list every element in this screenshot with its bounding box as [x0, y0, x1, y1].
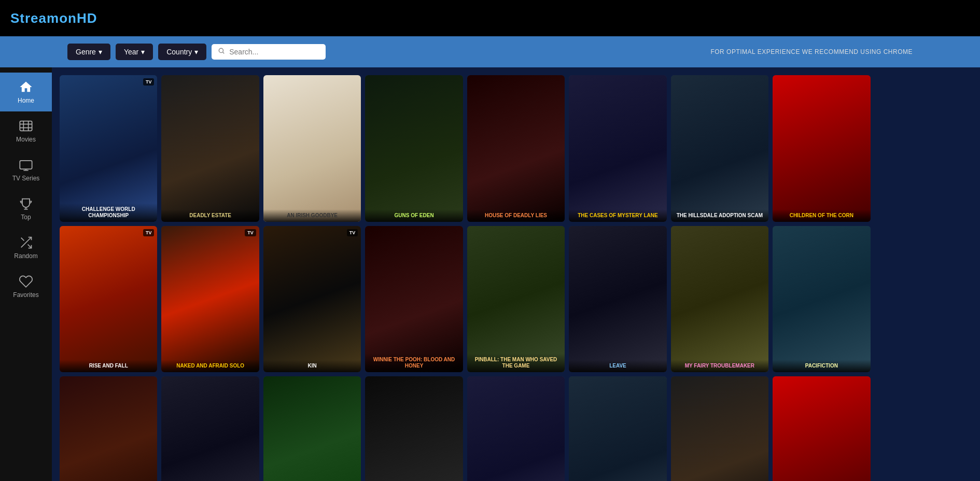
svg-point-0 — [219, 48, 223, 52]
year-dropdown[interactable]: Year ▾ — [116, 44, 153, 60]
chrome-recommendation: FOR OPTIMAL EXPERIENCE WE RECOMMEND USIN… — [710, 48, 913, 55]
movie-card[interactable]: Supercell — [773, 376, 870, 481]
sidebar-item-movies[interactable]: Movies — [0, 111, 52, 150]
genre-dropdown[interactable]: Genre ▾ — [67, 44, 110, 60]
movie-title: Pacifiction — [773, 360, 870, 372]
movie-card[interactable]: Pacifiction — [773, 226, 870, 373]
sidebar-item-top-label: Top — [21, 214, 31, 221]
movie-title: Leave — [569, 360, 666, 372]
movie-card[interactable]: Leave — [569, 226, 666, 373]
country-chevron-icon: ▾ — [194, 48, 198, 56]
layout: Home Movies TV Series — [0, 67, 980, 481]
movie-card[interactable]: The Cases of Mystery Lane — [569, 75, 666, 222]
logo-white: Streamon — [10, 10, 77, 26]
sidebar-item-home[interactable]: Home — [0, 73, 52, 111]
shuffle-icon — [19, 235, 33, 250]
tv-badge: TV — [347, 229, 358, 236]
search-icon — [218, 47, 225, 56]
movie-card[interactable]: TVChallenge World Championship — [60, 75, 157, 222]
movie-card[interactable]: வாக்கி — [263, 376, 361, 481]
movie-title: Winnie the Pooh: Blood and Honey — [365, 353, 463, 372]
movie-card[interactable]: Children of the Corn — [773, 75, 870, 222]
search-box — [212, 44, 326, 60]
svg-line-1 — [223, 52, 225, 54]
tv-icon — [19, 158, 33, 172]
sidebar-item-top[interactable]: Top — [0, 189, 52, 228]
movie-card[interactable]: My Fairy Troublemaker — [671, 226, 768, 373]
movie-card[interactable] — [467, 376, 565, 481]
movie-title: Pinball: The Man Who Saved the Game — [467, 353, 565, 372]
tv-badge: TV — [143, 78, 155, 86]
svg-line-9 — [28, 245, 32, 248]
tv-badge: TV — [143, 229, 155, 236]
svg-rect-2 — [20, 121, 32, 131]
movie-title: Children of the Corn — [773, 209, 870, 222]
sidebar: Home Movies TV Series — [0, 67, 52, 481]
movie-grid-row3: Era Oraவாக்கிSupercell — [60, 376, 972, 481]
sidebar-item-movies-label: Movies — [16, 136, 36, 143]
logo[interactable]: StreamonHD — [10, 10, 97, 26]
main-content: TVChallenge World ChampionshipDeadly Est… — [52, 67, 980, 481]
movie-title: Kin — [263, 360, 361, 372]
movie-title: The Hillsdale Adoption Scam — [671, 209, 768, 222]
movie-card[interactable] — [671, 376, 768, 481]
movie-card[interactable]: TVNaked and Afraid Solo — [161, 226, 259, 373]
movie-card[interactable]: Pinball: The Man Who Saved the Game — [467, 226, 565, 373]
movie-grid-row2: TVRise and FallTVNaked and Afraid SoloTV… — [60, 226, 972, 373]
tv-badge: TV — [245, 229, 256, 236]
movie-card[interactable] — [161, 376, 259, 481]
heart-icon — [19, 274, 33, 289]
navbar: Genre ▾ Year ▾ Country ▾ FOR OPTIMAL EXP… — [0, 36, 980, 67]
sidebar-item-favorites-label: Favorites — [13, 291, 38, 299]
search-input[interactable] — [229, 48, 319, 56]
movie-card[interactable]: Deadly Estate — [161, 75, 259, 222]
movie-card[interactable]: Era Ora — [60, 376, 157, 481]
header: StreamonHD — [0, 0, 980, 36]
sidebar-item-favorites[interactable]: Favorites — [0, 267, 52, 306]
sidebar-item-random[interactable]: Random — [0, 228, 52, 267]
movie-card[interactable]: Winnie the Pooh: Blood and Honey — [365, 226, 463, 373]
sidebar-item-tv-label: TV Series — [12, 175, 40, 182]
movie-card[interactable]: The Hillsdale Adoption Scam — [671, 75, 768, 222]
year-label: Year — [124, 48, 138, 56]
movie-card[interactable]: House of Deadly Lies — [467, 75, 565, 222]
movies-icon — [19, 119, 33, 133]
movie-grid-row1: TVChallenge World ChampionshipDeadly Est… — [60, 75, 972, 222]
sidebar-item-random-label: Random — [14, 252, 37, 260]
trophy-icon — [19, 196, 33, 211]
movie-title: The Cases of Mystery Lane — [569, 209, 666, 222]
country-dropdown[interactable]: Country ▾ — [158, 44, 206, 60]
sidebar-item-home-label: Home — [18, 97, 34, 104]
movie-card[interactable]: TVRise and Fall — [60, 226, 157, 373]
movie-title: House of Deadly Lies — [467, 209, 565, 222]
movie-title: An Irish Goodbye — [263, 209, 361, 222]
movie-title: Challenge World Championship — [60, 203, 157, 222]
genre-chevron-icon: ▾ — [99, 48, 102, 56]
movie-title: My Fairy Troublemaker — [671, 360, 768, 372]
movie-title: Deadly Estate — [161, 209, 259, 222]
movie-card[interactable]: An Irish Goodbye — [263, 75, 361, 222]
genre-label: Genre — [76, 48, 96, 56]
year-chevron-icon: ▾ — [141, 48, 145, 56]
movie-card[interactable] — [569, 376, 666, 481]
svg-line-10 — [21, 238, 24, 241]
movie-card[interactable]: Guns of Eden — [365, 75, 463, 222]
svg-rect-7 — [20, 161, 32, 169]
movie-title: Naked and Afraid Solo — [161, 360, 259, 372]
movie-title: Guns of Eden — [365, 209, 463, 222]
country-label: Country — [166, 48, 192, 56]
movie-card[interactable] — [365, 376, 463, 481]
movie-card[interactable]: TVKin — [263, 226, 361, 373]
movie-title: Rise and Fall — [60, 360, 157, 372]
home-icon — [19, 80, 33, 94]
logo-blue: HD — [77, 10, 97, 26]
sidebar-item-tv-series[interactable]: TV Series — [0, 150, 52, 189]
